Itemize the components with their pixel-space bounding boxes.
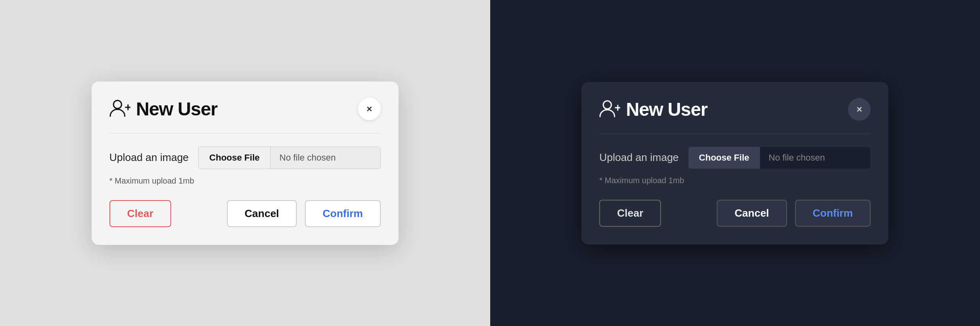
upload-label-light: Upload an image [109, 151, 189, 164]
file-input-dark: Choose File No file chosen [688, 147, 871, 169]
title-group-dark: New User [599, 98, 707, 120]
modal-title-dark: New User [626, 98, 707, 120]
no-file-text-light: No file chosen [271, 147, 380, 169]
title-group-light: New User [109, 98, 218, 120]
divider-light [109, 133, 381, 134]
modal-header-dark: New User × [599, 98, 871, 121]
confirm-button-dark[interactable]: Confirm [795, 200, 871, 227]
clear-button-dark[interactable]: Clear [599, 200, 661, 227]
modal-title-light: New User [136, 98, 218, 120]
upload-label-dark: Upload an image [599, 151, 679, 164]
upload-note-dark: * Maximum upload 1mb [599, 176, 871, 185]
clear-button-light[interactable]: Clear [109, 200, 171, 227]
modal-header-light: New User × [109, 98, 381, 120]
cancel-button-light[interactable]: Cancel [227, 200, 297, 227]
upload-note-light: * Maximum upload 1mb [109, 176, 381, 186]
dark-modal: New User × Upload an image Choose File N… [581, 82, 888, 245]
user-plus-icon-dark [599, 99, 620, 120]
light-panel: New User × Upload an image Choose File N… [0, 0, 490, 326]
cancel-button-dark[interactable]: Cancel [717, 200, 787, 227]
dark-panel: New User × Upload an image Choose File N… [490, 0, 980, 326]
svg-point-3 [603, 101, 611, 109]
choose-file-button-dark[interactable]: Choose File [688, 147, 760, 169]
close-button-dark[interactable]: × [848, 98, 871, 121]
confirm-button-light[interactable]: Confirm [305, 200, 381, 227]
close-button-light[interactable]: × [358, 98, 381, 120]
file-input-light: Choose File No file chosen [198, 146, 380, 169]
divider-dark [599, 134, 871, 134]
choose-file-button-light[interactable]: Choose File [199, 147, 271, 169]
upload-row-light: Upload an image Choose File No file chos… [109, 146, 381, 169]
user-plus-icon-light [109, 98, 130, 119]
svg-point-0 [113, 100, 122, 109]
modal-footer-light: Clear Cancel Confirm [109, 200, 381, 227]
modal-footer-dark: Clear Cancel Confirm [599, 200, 871, 227]
light-modal: New User × Upload an image Choose File N… [92, 82, 399, 245]
upload-row-dark: Upload an image Choose File No file chos… [599, 147, 871, 169]
no-file-text-dark: No file chosen [760, 147, 871, 169]
